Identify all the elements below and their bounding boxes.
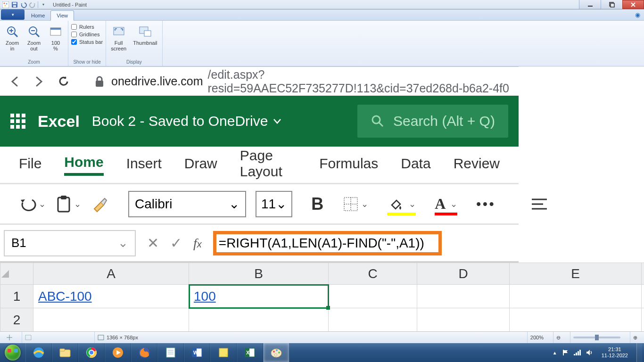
svg-rect-25 (58, 197, 69, 212)
reload-button[interactable] (55, 73, 73, 90)
minimize-button[interactable] (579, 0, 601, 9)
window-title: Untitled - Paint (49, 0, 579, 9)
cancel-formula-icon[interactable]: ✕ (147, 235, 159, 251)
tab-file[interactable]: File (19, 156, 41, 174)
tab-draw[interactable]: Draw (184, 156, 217, 174)
formula-input[interactable]: =RIGHT(A1,LEN(A1)-FIND("-",A1)) (213, 236, 519, 251)
taskbar-firefox[interactable] (131, 343, 157, 362)
spreadsheet-grid[interactable]: A B C D E 1 ABC-100 100 (0, 263, 519, 331)
network-icon[interactable] (573, 349, 581, 356)
forward-button[interactable] (30, 73, 48, 90)
svg-rect-44 (166, 348, 175, 357)
row-header-2[interactable]: 2 (0, 308, 33, 332)
taskbar-word[interactable]: W (184, 343, 210, 362)
cell-a2[interactable] (33, 308, 189, 332)
format-painter-button[interactable] (91, 195, 109, 214)
taskbar-sticky[interactable] (210, 343, 237, 362)
gridlines-checkbox[interactable]: Gridlines (71, 32, 103, 37)
align-button[interactable] (530, 197, 549, 212)
address-bar[interactable]: onedrive.live.com/edit.aspx?resid=59AAEC… (111, 68, 513, 95)
volume-icon[interactable] (586, 349, 593, 356)
redo-icon[interactable] (29, 1, 36, 8)
column-header-c[interactable]: C (329, 263, 417, 285)
cell-c1[interactable] (329, 285, 417, 308)
tab-home[interactable]: Home (64, 154, 103, 176)
taskbar-paint[interactable] (263, 343, 289, 362)
tab-review[interactable]: Review (454, 156, 500, 174)
undo-icon[interactable] (20, 1, 27, 8)
tray-expand-icon[interactable]: ▲ (553, 350, 557, 355)
font-size-selector[interactable]: 11⌄ (256, 191, 292, 217)
bold-button[interactable]: B (311, 194, 323, 214)
clock[interactable]: 21:31 11-12-2022 (598, 346, 632, 359)
fill-color-button[interactable]: ⌄ (387, 196, 416, 213)
name-box[interactable]: B1 ⌄ (4, 230, 136, 256)
cell-e1[interactable] (510, 285, 642, 308)
font-selector[interactable]: Calibri⌄ (128, 191, 246, 217)
rulers-checkbox[interactable]: Rulers (71, 24, 103, 30)
help-icon[interactable]: ◉ (635, 11, 640, 18)
start-button[interactable] (0, 343, 25, 362)
paste-split-button[interactable]: ⌄ (55, 195, 81, 214)
enter-formula-icon[interactable]: ✓ (170, 235, 182, 251)
column-header-extra[interactable] (642, 263, 644, 285)
paint-tab-home[interactable]: Home (25, 11, 50, 20)
taskbar-ie[interactable] (25, 343, 52, 362)
cell-d1[interactable] (417, 285, 510, 308)
close-button[interactable] (622, 0, 644, 9)
taskbar-notepad[interactable] (157, 343, 184, 362)
zoom-in-button[interactable]: Zoom in (3, 23, 22, 52)
flag-icon[interactable] (562, 349, 569, 356)
save-icon[interactable] (11, 1, 18, 8)
zoom-out-small[interactable]: ⊖ (553, 332, 563, 343)
row-header-1[interactable]: 1 (0, 285, 33, 308)
select-all-corner[interactable] (0, 263, 33, 285)
show-desktop-button[interactable] (636, 343, 642, 362)
document-title[interactable]: Book 2 - Saved to OneDrive (92, 113, 282, 129)
taskbar-media[interactable] (105, 343, 131, 362)
column-header-d[interactable]: D (417, 263, 510, 285)
back-button[interactable] (6, 73, 24, 90)
paint-tab-view[interactable]: View (50, 10, 74, 21)
taskbar-chrome[interactable] (78, 343, 105, 362)
undo-split-button[interactable]: ⌄ (19, 196, 46, 212)
qat-dropdown-icon[interactable]: ▾ (40, 1, 47, 8)
column-header-b[interactable]: B (189, 263, 329, 285)
svg-point-41 (89, 350, 94, 355)
fullscreen-button[interactable]: Full screen (109, 23, 128, 52)
tab-insert[interactable]: Insert (126, 156, 162, 174)
cell-f2[interactable] (642, 308, 644, 332)
maximize-button[interactable] (601, 0, 622, 9)
zoom-out-button[interactable]: Zoom out (25, 23, 43, 52)
paint-file-menu[interactable]: ▾ (1, 9, 25, 20)
cell-b1[interactable]: 100 (189, 285, 329, 308)
svg-point-3 (5, 5, 6, 6)
column-header-e[interactable]: E (510, 263, 642, 285)
tab-data[interactable]: Data (401, 156, 430, 174)
borders-button[interactable]: ⌄ (342, 196, 368, 213)
app-launcher-icon[interactable] (10, 114, 25, 129)
paint-ribbon: Zoom in Zoom out 100 % Zoom Rulers Gridl… (0, 21, 644, 66)
zoom-in-small[interactable]: ⊕ (630, 332, 640, 343)
cell-f1[interactable] (642, 285, 644, 308)
thumbnail-button[interactable]: Thumbnail (131, 23, 159, 47)
more-options-button[interactable]: ••• (476, 197, 495, 212)
taskbar-excel[interactable]: X (237, 343, 263, 362)
tab-formulas[interactable]: Formulas (319, 156, 378, 174)
fx-icon[interactable]: fx (193, 236, 202, 251)
statusbar-checkbox[interactable]: Status bar (71, 39, 103, 45)
cell-e2[interactable] (510, 308, 642, 332)
tab-page-layout[interactable]: Page Layout (240, 148, 297, 182)
svg-rect-39 (60, 349, 65, 351)
search-box[interactable]: Search (Alt + Q) (357, 105, 508, 138)
cell-a1[interactable]: ABC-100 (33, 285, 189, 308)
cell-b2[interactable] (189, 308, 329, 332)
zoom-slider[interactable] (570, 332, 623, 343)
column-header-a[interactable]: A (33, 263, 189, 285)
font-color-button[interactable]: A ⌄ (435, 195, 457, 213)
cell-c2[interactable] (329, 308, 417, 332)
cell-d2[interactable] (417, 308, 510, 332)
chevron-down-icon: ⌄ (276, 196, 287, 212)
zoom-100-button[interactable]: 100 % (46, 23, 65, 52)
taskbar-explorer[interactable] (52, 343, 78, 362)
